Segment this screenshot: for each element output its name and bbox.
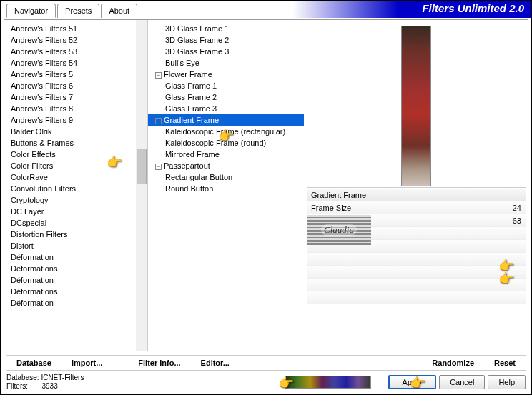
filter-item[interactable]: 3D Glass Frame 2	[148, 34, 304, 46]
filter-item[interactable]: Round Button	[148, 183, 304, 194]
help-button[interactable]: Help	[488, 375, 526, 389]
tab-navigator[interactable]: Navigator	[6, 4, 56, 18]
param-empty	[307, 252, 526, 265]
filter-label: Flower Frame	[164, 70, 212, 79]
filter-name: Gradient Frame	[307, 189, 526, 201]
filter-label: Bull's Eye	[165, 59, 200, 67]
filter-info-button[interactable]: Filter Info...	[128, 359, 190, 367]
param-value: 63	[513, 216, 521, 225]
import-button[interactable]: Import...	[61, 359, 112, 367]
category-item[interactable]: Distortion Filters	[4, 229, 147, 240]
filter-label: 3D Glass Frame 3	[165, 47, 229, 56]
tabs: Navigator Presets About	[6, 4, 139, 18]
filter-label: 3D Glass Frame 1	[165, 24, 229, 33]
collapse-icon[interactable]: −	[155, 118, 162, 124]
category-item[interactable]: Buttons & Frames	[4, 137, 147, 149]
filter-list[interactable]: 3D Glass Frame 13D Glass Frame 23D Glass…	[148, 20, 304, 351]
filter-label: Mirrored Frame	[165, 150, 220, 159]
gradient-preview[interactable]	[285, 376, 371, 389]
content: Andrew's Filters 51Andrew's Filters 52An…	[4, 19, 528, 351]
filter-item[interactable]: Glass Frame 3	[148, 103, 304, 114]
category-item[interactable]: Deformations	[4, 263, 147, 274]
category-item[interactable]: Distort	[4, 240, 147, 251]
category-item[interactable]: Andrew's Filters 5	[4, 69, 147, 80]
tab-presets[interactable]: Presets	[57, 4, 99, 18]
category-item[interactable]: Déformations	[4, 286, 147, 297]
preview-image	[401, 26, 431, 186]
param-value: 24	[513, 204, 521, 212]
category-item[interactable]: Andrew's Filters 6	[4, 80, 147, 91]
param-label: Frame Size	[311, 204, 351, 212]
category-item[interactable]: Andrew's Filters 54	[4, 57, 147, 69]
category-item[interactable]: Andrew's Filters 9	[4, 114, 147, 126]
cancel-button[interactable]: Cancel	[439, 375, 485, 389]
toolbar: Database Import... Filter Info... Editor…	[6, 355, 526, 371]
preview-area	[307, 23, 526, 187]
category-item[interactable]: Déformation	[4, 297, 147, 309]
filter-item[interactable]: −Gradient Frame	[148, 114, 304, 126]
category-item[interactable]: Andrew's Filters 7	[4, 91, 147, 103]
filter-label: Kaleidoscopic Frame (round)	[165, 139, 266, 147]
category-item[interactable]: Convolution Filters	[4, 183, 147, 194]
filter-label: Rectangular Button	[165, 173, 232, 181]
filter-item[interactable]: Bull's Eye	[148, 57, 304, 69]
filters-label: Filters:	[6, 382, 28, 390]
category-item[interactable]: Déformation	[4, 274, 147, 286]
scrollbar-thumb[interactable]	[137, 149, 147, 184]
filter-item[interactable]: Kaleidoscopic Frame (rectangular)	[148, 126, 304, 137]
filter-item[interactable]: 3D Glass Frame 3	[148, 46, 304, 57]
filter-item[interactable]: Glass Frame 1	[148, 80, 304, 91]
category-item[interactable]: Color Filters	[4, 160, 147, 171]
filter-item[interactable]: 3D Glass Frame 1	[148, 23, 304, 34]
database-button[interactable]: Database	[6, 359, 61, 367]
filter-label: Glass Frame 2	[165, 93, 217, 101]
filter-item[interactable]: Glass Frame 2	[148, 91, 304, 103]
collapse-icon[interactable]: −	[155, 164, 162, 170]
filter-item[interactable]: −Flower Frame	[148, 69, 304, 80]
editor-button[interactable]: Editor...	[191, 359, 240, 367]
app-title: Filters Unlimited 2.0	[422, 2, 524, 14]
filter-label: Gradient Frame	[164, 116, 219, 124]
watermark-logo: Claudia	[307, 215, 371, 245]
category-item[interactable]: Cryptology	[4, 194, 147, 206]
category-item[interactable]: Andrew's Filters 51	[4, 23, 147, 34]
param-frame-size[interactable]: Frame Size 24	[307, 201, 526, 214]
tab-about[interactable]: About	[101, 4, 137, 18]
filter-label: Glass Frame 1	[165, 81, 217, 90]
category-item[interactable]: Color Effects	[4, 149, 147, 160]
apply-button[interactable]: Apply	[388, 375, 437, 389]
filter-item[interactable]: Rectangular Button	[148, 171, 304, 183]
footer-info: Database: ICNET-Filters Filters: 3933	[6, 374, 84, 391]
param-empty	[307, 278, 526, 291]
db-value: ICNET-Filters	[41, 374, 84, 381]
watermark-text: Claudia	[321, 224, 357, 236]
filter-item[interactable]: Mirrored Frame	[148, 149, 304, 160]
category-item[interactable]: DCspecial	[4, 217, 147, 229]
filter-label: Glass Frame 3	[165, 104, 217, 113]
scrollbar[interactable]	[136, 20, 147, 351]
category-item[interactable]: DC Layer	[4, 206, 147, 217]
category-list[interactable]: Andrew's Filters 51Andrew's Filters 52An…	[4, 20, 148, 351]
preview-panel: Gradient Frame Frame Size 24 Gradient Of…	[304, 20, 528, 351]
filter-label: 3D Glass Frame 2	[165, 36, 229, 44]
params-panel: Gradient Frame Frame Size 24 Gradient Of…	[307, 187, 526, 304]
filters-value: 3933	[41, 382, 57, 390]
param-empty	[307, 291, 526, 304]
category-item[interactable]: Balder Olrik	[4, 126, 147, 137]
category-item[interactable]: Andrew's Filters 8	[4, 103, 147, 114]
filter-label: Passepartout	[164, 161, 210, 170]
footer: Database: ICNET-Filters Filters: 3933 Ap…	[6, 373, 526, 391]
category-item[interactable]: Déformation	[4, 251, 147, 263]
filter-item[interactable]: Kaleidoscopic Frame (round)	[148, 137, 304, 149]
category-item[interactable]: Andrew's Filters 52	[4, 34, 147, 46]
db-label: Database:	[6, 374, 39, 381]
randomize-button[interactable]: Randomize	[422, 359, 484, 367]
param-empty	[307, 265, 526, 278]
reset-button[interactable]: Reset	[484, 359, 526, 367]
collapse-icon[interactable]: −	[155, 72, 162, 79]
filter-label: Kaleidoscopic Frame (rectangular)	[165, 127, 285, 136]
category-item[interactable]: Andrew's Filters 53	[4, 46, 147, 57]
category-item[interactable]: ColorRave	[4, 171, 147, 183]
app-window: Navigator Presets About Filters Unlimite…	[0, 0, 532, 395]
filter-item[interactable]: −Passepartout	[148, 160, 304, 171]
